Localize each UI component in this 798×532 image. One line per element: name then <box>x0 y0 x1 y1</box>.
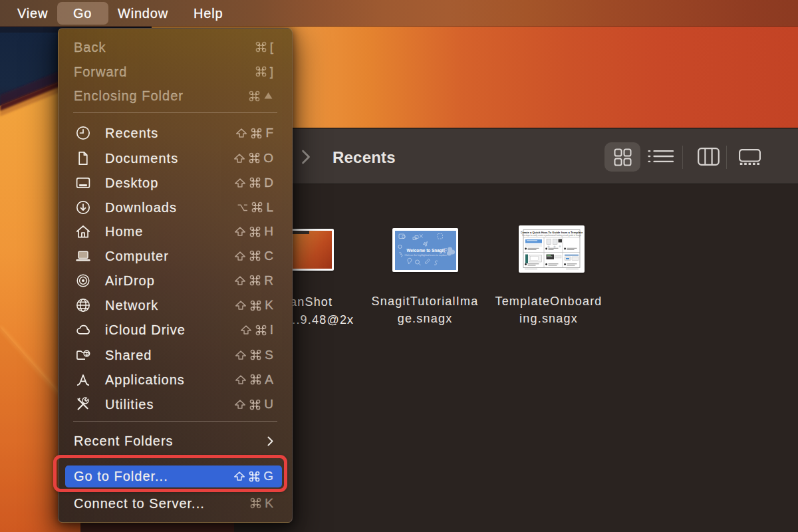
svg-text:Click on the highlighted icons: Click on the highlighted icons to explor… <box>404 254 446 257</box>
svg-text:Create a Quick How-To Guide fr: Create a Quick How-To Guide from a Templ… <box>521 231 583 234</box>
svg-text:Six steps to easily create a p: Six steps to easily create a professiona… <box>522 234 581 237</box>
svg-text:Welcome to Snagit: Welcome to Snagit <box>406 247 445 253</box>
